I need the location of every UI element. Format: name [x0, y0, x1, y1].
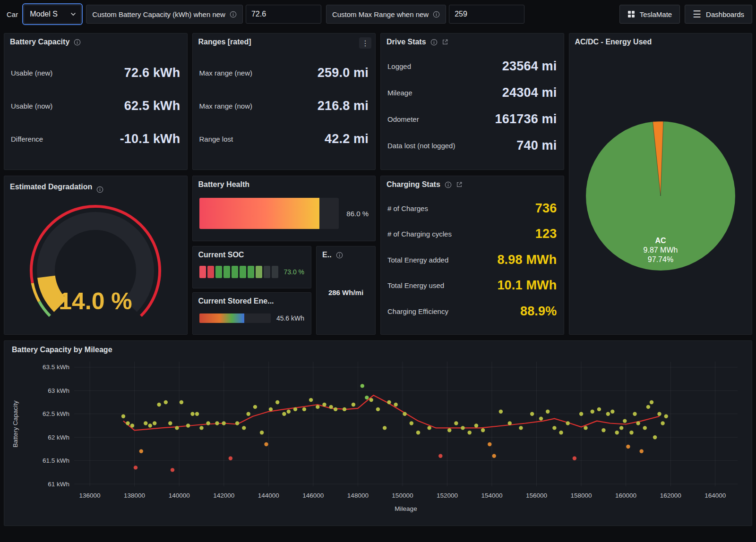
panel-header: AC/DC - Energy Used: [569, 34, 752, 47]
panel-header: Current Stored Ene...: [193, 293, 311, 306]
svg-text:144000: 144000: [258, 492, 279, 499]
svg-text:148000: 148000: [347, 492, 369, 499]
panel-header: Ranges [rated]: [193, 34, 376, 47]
panel-header: Estimated Degradation: [4, 176, 187, 194]
svg-text:136000: 136000: [79, 492, 101, 499]
stat-value: 736: [535, 201, 557, 216]
svg-text:156000: 156000: [526, 492, 547, 499]
stat-row: Total Energy added 8.98 MWh: [387, 253, 557, 267]
max-range-variable-label: Custom Max Range when new: [326, 5, 446, 24]
svg-text:62 kWh: 62 kWh: [48, 434, 69, 441]
hamburger-icon: ☰: [693, 9, 701, 19]
battery-health-fill: [199, 198, 319, 229]
soc-cell: [199, 266, 206, 278]
stat-value: 259.0 mi: [318, 66, 369, 80]
svg-text:14.0 %: 14.0 %: [59, 288, 132, 314]
info-icon[interactable]: [445, 181, 452, 188]
stat-label: Odometer: [387, 115, 419, 123]
degradation-gauge: 14.0 %: [15, 200, 176, 327]
stat-rows: Logged 23564 mi Mileage 24304 mi Odomete…: [381, 47, 564, 169]
svg-text:AC: AC: [655, 237, 666, 245]
stat-label: Max range (new): [199, 69, 253, 77]
stat-label: Difference: [11, 135, 43, 143]
svg-text:158000: 158000: [571, 492, 592, 499]
soc-cell: [232, 266, 238, 278]
stat-value: 24304 mi: [502, 85, 557, 100]
teslamate-button[interactable]: TeslaMate: [619, 5, 680, 24]
car-variable-label: Car: [7, 10, 18, 18]
soc-cell: [215, 266, 222, 278]
stat-value: 23564 mi: [502, 59, 557, 74]
info-icon[interactable]: [433, 11, 440, 18]
stat-label: Range lost: [199, 135, 233, 143]
panel-current-soc: Current SOC 73.0 %: [192, 246, 312, 288]
panel-title: AC/DC - Energy Used: [575, 38, 652, 46]
external-link-icon[interactable]: [456, 181, 463, 188]
panel-efficiency: E.. 286 Wh/mi: [316, 246, 376, 335]
stat-value: 10.1 MWh: [497, 278, 557, 293]
stat-row: Max range (new) 259.0 mi: [199, 66, 369, 80]
svg-text:61.5 kWh: 61.5 kWh: [43, 457, 69, 464]
stat-value: 42.2 mi: [325, 132, 369, 146]
soc-group: Current SOC 73.0 % Current Stored Ene...: [192, 246, 376, 335]
battery-capacity-input[interactable]: [246, 5, 321, 24]
svg-text:140000: 140000: [169, 492, 190, 499]
stat-row: # of Charging cycles 123: [387, 227, 557, 241]
battery-capacity-variable-label-text: Custom Battery Capacity (kWh) when new: [92, 10, 225, 18]
info-icon[interactable]: [96, 180, 103, 193]
stat-value: 123: [535, 227, 557, 241]
stat-label: # of Charges: [387, 204, 428, 212]
stat-row: Total Energy used 10.1 MWh: [387, 278, 557, 293]
stat-value: 216.8 mi: [318, 99, 369, 113]
info-icon[interactable]: [430, 39, 438, 46]
panel-title: Charging Stats: [387, 180, 440, 189]
external-link-icon[interactable]: [442, 39, 448, 45]
stat-row: Range lost 42.2 mi: [199, 132, 369, 146]
stat-label: Usable (new): [11, 69, 52, 77]
stat-label: Total Energy added: [387, 256, 448, 264]
soc-cell: [240, 266, 246, 278]
battery-health-group: Battery Health 86.0 % Current SOC 73.0 %: [192, 176, 376, 335]
info-icon[interactable]: [336, 252, 343, 259]
stat-value: 72.6 kWh: [124, 66, 180, 80]
stat-value: 88.9%: [520, 304, 557, 319]
panel-menu-icon[interactable]: ⋮: [359, 37, 371, 49]
car-select[interactable]: Model S: [24, 5, 81, 24]
battery-health-value: 86.0 %: [346, 210, 369, 218]
svg-text:62.5 kWh: 62.5 kWh: [43, 410, 69, 417]
stat-label: Mileage: [387, 89, 412, 97]
panel-title: Drive Stats: [387, 38, 426, 46]
apps-grid-icon: [627, 10, 635, 18]
svg-text:Mileage: Mileage: [395, 505, 417, 512]
chevron-down-icon: [70, 11, 76, 17]
stat-value: 8.98 MWh: [497, 253, 557, 267]
panel-title: Current SOC: [198, 251, 244, 259]
dashboards-button[interactable]: ☰ Dashboards: [685, 5, 752, 24]
panel-header: Drive Stats: [381, 34, 564, 47]
capacity-mileage-chart[interactable]: 1360001380001400001420001440001460001480…: [8, 357, 749, 521]
stored-energy-fill: [199, 313, 244, 323]
efficiency-value: 286 Wh/mi: [317, 260, 375, 334]
svg-text:9.87 MWh: 9.87 MWh: [643, 246, 678, 254]
stat-row: Odometer 161736 mi: [387, 112, 557, 127]
svg-text:63.5 kWh: 63.5 kWh: [43, 364, 69, 371]
panel-title: Ranges [rated]: [198, 38, 251, 46]
svg-text:97.74%: 97.74%: [648, 255, 673, 263]
max-range-input[interactable]: [449, 5, 524, 24]
stat-rows: Max range (new) 259.0 mi Max range (now)…: [193, 47, 376, 169]
soc-value: 73.0 %: [284, 268, 304, 276]
stored-energy-value: 45.6 kWh: [276, 314, 304, 322]
stored-energy-gauge: 45.6 kWh: [193, 306, 311, 334]
svg-text:63 kWh: 63 kWh: [48, 387, 69, 394]
stored-energy-track: [199, 313, 271, 323]
info-icon[interactable]: [74, 39, 81, 46]
stat-label: Max range (now): [199, 102, 253, 110]
soc-cell: [223, 266, 230, 278]
soc-cell: [256, 266, 262, 278]
stat-label: Usable (now): [11, 102, 52, 110]
dashboards-button-label: Dashboards: [706, 10, 744, 18]
info-icon[interactable]: [230, 11, 237, 18]
stat-value: -10.1 kWh: [120, 132, 180, 146]
panel-drive-stats: Drive Stats Logged 23564 mi Mileage 2430…: [380, 33, 564, 170]
svg-text:146000: 146000: [302, 492, 324, 499]
